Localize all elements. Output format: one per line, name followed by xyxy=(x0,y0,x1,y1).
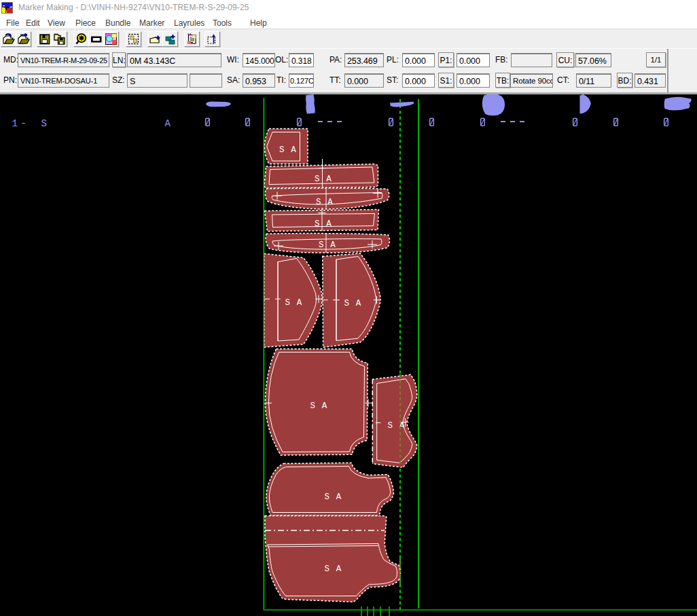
svg-text:S A: S A xyxy=(319,240,336,250)
svg-text:1: 1 xyxy=(12,118,18,129)
svg-text:S A: S A xyxy=(316,198,334,207)
svg-text:S: S xyxy=(41,118,47,129)
svg-text:S A: S A xyxy=(310,401,327,411)
svg-text:S A: S A xyxy=(324,564,342,574)
svg-text:S A: S A xyxy=(285,298,302,308)
svg-text:-: - xyxy=(21,118,26,129)
svg-text:S A: S A xyxy=(315,175,332,184)
svg-text:S A: S A xyxy=(387,421,405,431)
svg-text:S A: S A xyxy=(324,492,342,502)
svg-text:A: A xyxy=(165,118,171,129)
svg-text:S A: S A xyxy=(315,219,332,229)
svg-text:S A: S A xyxy=(344,299,361,308)
svg-text:S A: S A xyxy=(279,145,297,155)
